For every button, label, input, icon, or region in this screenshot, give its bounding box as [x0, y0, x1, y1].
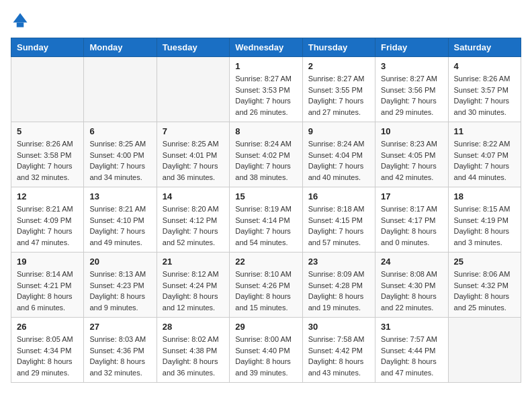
day-number: 5	[17, 126, 78, 136]
calendar-cell: 29Sunrise: 8:00 AMSunset: 4:40 PMDayligh…	[230, 318, 302, 383]
day-info: Sunrise: 8:14 AMSunset: 4:21 PMDaylight:…	[17, 269, 78, 313]
day-info: Sunrise: 7:57 AMSunset: 4:44 PMDaylight:…	[381, 334, 442, 378]
calendar-week-row: 26Sunrise: 8:05 AMSunset: 4:34 PMDayligh…	[11, 318, 521, 383]
calendar-header-saturday: Saturday	[448, 38, 521, 57]
calendar-cell: 23Sunrise: 8:09 AMSunset: 4:28 PMDayligh…	[302, 253, 375, 318]
day-info: Sunrise: 8:12 AMSunset: 4:24 PMDaylight:…	[163, 269, 224, 313]
day-info: Sunrise: 8:27 AMSunset: 3:55 PMDaylight:…	[308, 73, 369, 118]
calendar-cell: 15Sunrise: 8:19 AMSunset: 4:14 PMDayligh…	[230, 187, 302, 253]
day-number: 7	[163, 126, 224, 136]
day-info: Sunrise: 8:27 AMSunset: 3:56 PMDaylight:…	[381, 73, 442, 118]
calendar-cell: 19Sunrise: 8:14 AMSunset: 4:21 PMDayligh…	[11, 253, 84, 318]
calendar-cell: 5Sunrise: 8:26 AMSunset: 3:58 PMDaylight…	[11, 122, 84, 187]
calendar-cell: 30Sunrise: 7:58 AMSunset: 4:42 PMDayligh…	[302, 318, 375, 383]
day-number: 16	[308, 191, 369, 201]
day-number: 1	[235, 61, 296, 71]
day-info: Sunrise: 7:58 AMSunset: 4:42 PMDaylight:…	[308, 334, 369, 378]
day-number: 17	[381, 191, 442, 201]
calendar-cell: 7Sunrise: 8:25 AMSunset: 4:01 PMDaylight…	[157, 122, 229, 187]
logo-icon	[11, 11, 30, 30]
day-info: Sunrise: 8:25 AMSunset: 4:01 PMDaylight:…	[163, 138, 224, 183]
calendar-week-row: 1Sunrise: 8:27 AMSunset: 3:53 PMDaylight…	[11, 57, 521, 122]
day-number: 11	[454, 126, 515, 136]
day-info: Sunrise: 8:03 AMSunset: 4:36 PMDaylight:…	[89, 334, 150, 378]
calendar-cell: 17Sunrise: 8:17 AMSunset: 4:17 PMDayligh…	[375, 187, 448, 253]
day-info: Sunrise: 8:15 AMSunset: 4:19 PMDaylight:…	[454, 203, 515, 248]
day-info: Sunrise: 8:00 AMSunset: 4:40 PMDaylight:…	[235, 334, 296, 378]
calendar-cell: 9Sunrise: 8:24 AMSunset: 4:04 PMDaylight…	[302, 122, 375, 187]
calendar-cell: 20Sunrise: 8:13 AMSunset: 4:23 PMDayligh…	[84, 253, 157, 318]
calendar-cell: 3Sunrise: 8:27 AMSunset: 3:56 PMDaylight…	[375, 57, 448, 122]
calendar-cell: 31Sunrise: 7:57 AMSunset: 4:44 PMDayligh…	[375, 318, 448, 383]
calendar-cell: 22Sunrise: 8:10 AMSunset: 4:26 PMDayligh…	[230, 253, 302, 318]
day-number: 23	[308, 257, 369, 267]
calendar-cell: 13Sunrise: 8:21 AMSunset: 4:10 PMDayligh…	[84, 187, 157, 253]
day-info: Sunrise: 8:06 AMSunset: 4:32 PMDaylight:…	[454, 269, 515, 313]
calendar-cell	[84, 57, 157, 122]
day-number: 4	[454, 61, 515, 71]
calendar-week-row: 5Sunrise: 8:26 AMSunset: 3:58 PMDaylight…	[11, 122, 521, 187]
day-info: Sunrise: 8:24 AMSunset: 4:04 PMDaylight:…	[308, 138, 369, 183]
day-info: Sunrise: 8:18 AMSunset: 4:15 PMDaylight:…	[308, 203, 369, 248]
calendar-cell: 1Sunrise: 8:27 AMSunset: 3:53 PMDaylight…	[230, 57, 302, 122]
day-info: Sunrise: 8:20 AMSunset: 4:12 PMDaylight:…	[163, 203, 224, 248]
calendar-cell	[448, 318, 521, 383]
calendar-header-thursday: Thursday	[302, 38, 375, 57]
day-number: 31	[381, 322, 442, 332]
calendar-header-monday: Monday	[84, 38, 157, 57]
calendar-header-friday: Friday	[375, 38, 448, 57]
day-info: Sunrise: 8:17 AMSunset: 4:17 PMDaylight:…	[381, 203, 442, 248]
calendar-cell: 25Sunrise: 8:06 AMSunset: 4:32 PMDayligh…	[448, 253, 521, 318]
calendar-cell: 14Sunrise: 8:20 AMSunset: 4:12 PMDayligh…	[157, 187, 229, 253]
calendar-header-wednesday: Wednesday	[230, 38, 302, 57]
calendar-cell	[157, 57, 229, 122]
day-number: 29	[235, 322, 296, 332]
day-number: 3	[381, 61, 442, 71]
calendar-cell: 4Sunrise: 8:26 AMSunset: 3:57 PMDaylight…	[448, 57, 521, 122]
day-number: 28	[163, 322, 224, 332]
calendar-cell: 26Sunrise: 8:05 AMSunset: 4:34 PMDayligh…	[11, 318, 84, 383]
day-number: 10	[381, 126, 442, 136]
day-number: 24	[381, 257, 442, 267]
calendar-header-sunday: Sunday	[11, 38, 84, 57]
calendar-cell: 24Sunrise: 8:08 AMSunset: 4:30 PMDayligh…	[375, 253, 448, 318]
day-number: 26	[17, 322, 78, 332]
calendar-cell: 10Sunrise: 8:23 AMSunset: 4:05 PMDayligh…	[375, 122, 448, 187]
day-info: Sunrise: 8:02 AMSunset: 4:38 PMDaylight:…	[163, 334, 224, 378]
calendar-week-row: 12Sunrise: 8:21 AMSunset: 4:09 PMDayligh…	[11, 187, 521, 253]
day-info: Sunrise: 8:22 AMSunset: 4:07 PMDaylight:…	[454, 138, 515, 183]
logo	[11, 11, 32, 30]
calendar-cell: 28Sunrise: 8:02 AMSunset: 4:38 PMDayligh…	[157, 318, 229, 383]
day-number: 2	[308, 61, 369, 71]
day-number: 20	[89, 257, 150, 267]
calendar-cell: 12Sunrise: 8:21 AMSunset: 4:09 PMDayligh…	[11, 187, 84, 253]
day-info: Sunrise: 8:19 AMSunset: 4:14 PMDaylight:…	[235, 203, 296, 248]
day-info: Sunrise: 8:26 AMSunset: 3:57 PMDaylight:…	[454, 73, 515, 118]
calendar-cell: 11Sunrise: 8:22 AMSunset: 4:07 PMDayligh…	[448, 122, 521, 187]
calendar-week-row: 19Sunrise: 8:14 AMSunset: 4:21 PMDayligh…	[11, 253, 521, 318]
calendar-cell	[11, 57, 84, 122]
calendar-cell: 18Sunrise: 8:15 AMSunset: 4:19 PMDayligh…	[448, 187, 521, 253]
calendar-cell: 21Sunrise: 8:12 AMSunset: 4:24 PMDayligh…	[157, 253, 229, 318]
day-number: 13	[89, 191, 150, 201]
day-number: 14	[163, 191, 224, 201]
svg-rect-1	[17, 23, 24, 28]
calendar-table: SundayMondayTuesdayWednesdayThursdayFrid…	[11, 38, 521, 383]
day-info: Sunrise: 8:25 AMSunset: 4:00 PMDaylight:…	[89, 138, 150, 183]
day-number: 21	[163, 257, 224, 267]
day-info: Sunrise: 8:05 AMSunset: 4:34 PMDaylight:…	[17, 334, 78, 378]
calendar-cell: 6Sunrise: 8:25 AMSunset: 4:00 PMDaylight…	[84, 122, 157, 187]
day-number: 8	[235, 126, 296, 136]
day-info: Sunrise: 8:21 AMSunset: 4:10 PMDaylight:…	[89, 203, 150, 248]
day-number: 22	[235, 257, 296, 267]
day-number: 25	[454, 257, 515, 267]
day-number: 27	[89, 322, 150, 332]
day-number: 15	[235, 191, 296, 201]
day-info: Sunrise: 8:26 AMSunset: 3:58 PMDaylight:…	[17, 138, 78, 183]
svg-marker-0	[13, 13, 28, 23]
calendar-cell: 27Sunrise: 8:03 AMSunset: 4:36 PMDayligh…	[84, 318, 157, 383]
day-number: 6	[89, 126, 150, 136]
day-info: Sunrise: 8:13 AMSunset: 4:23 PMDaylight:…	[89, 269, 150, 313]
day-number: 30	[308, 322, 369, 332]
day-number: 9	[308, 126, 369, 136]
